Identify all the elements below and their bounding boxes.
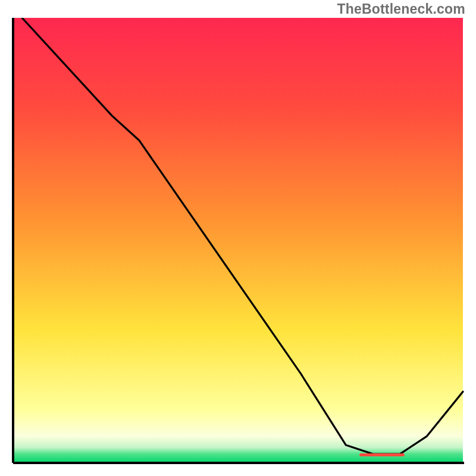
min-band-marker — [359, 453, 405, 456]
chart-svg — [12, 18, 464, 464]
watermark-text: TheBottleneck.com — [337, 1, 465, 17]
gradient-background — [13, 18, 463, 463]
chart-frame: TheBottleneck.com — [0, 0, 476, 476]
plot-area — [12, 18, 464, 464]
